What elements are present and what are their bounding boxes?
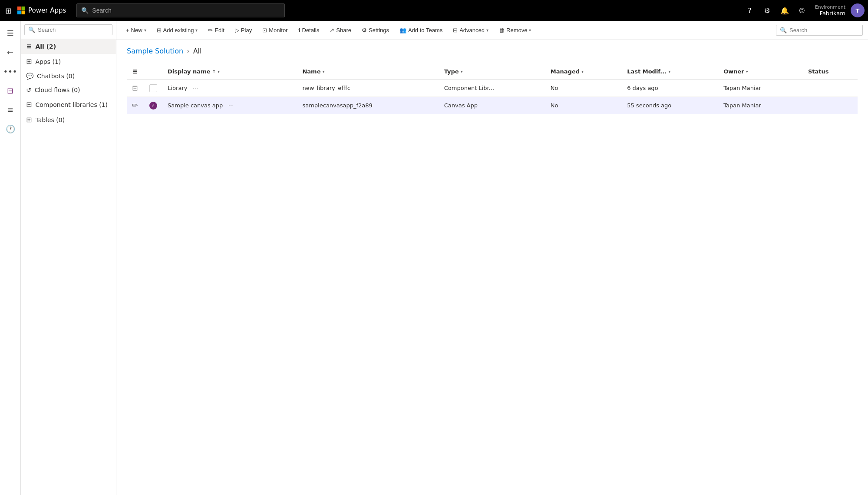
th-name[interactable]: Name ▾ bbox=[297, 64, 439, 80]
th-last-modified[interactable]: Last Modif... ▾ bbox=[622, 64, 718, 80]
history-icon[interactable]: 🕐 bbox=[2, 120, 19, 137]
row1-type: Component Libr... bbox=[444, 85, 494, 91]
chatbots-icon: 💬 bbox=[26, 73, 33, 80]
monitor-button[interactable]: ⊡ Monitor bbox=[258, 24, 292, 36]
sidebar-item-chatbots[interactable]: 💬 Chatbots (0) bbox=[21, 69, 116, 83]
sidebar-item-all[interactable]: ≡ All (2) bbox=[21, 39, 116, 54]
row1-display-name-cell: Library ⋯ bbox=[162, 80, 297, 97]
play-icon: ▷ bbox=[235, 27, 239, 33]
row2-checkbox[interactable]: ✓ bbox=[149, 102, 157, 110]
table-row[interactable]: ⊟ Library ⋯ new_library_efffc bbox=[127, 80, 858, 97]
row2-owner: Tapan Maniar bbox=[723, 102, 761, 109]
table-row[interactable]: ✏ ✓ Sample canvas app ⋯ samplecanvasapp_… bbox=[127, 97, 858, 114]
th-name-label: Name bbox=[302, 68, 320, 75]
topbar-right-actions: ? ⚙ 🔔 😊 Environment Fabrikam T bbox=[742, 3, 865, 18]
th-status-label: Status bbox=[808, 68, 829, 75]
th-list-icon[interactable]: ≡ bbox=[127, 64, 144, 80]
row1-select-cell[interactable] bbox=[144, 80, 162, 97]
row1-name: new_library_efffc bbox=[302, 85, 350, 91]
sidebar-item-componentlibs-label: Component libraries (1) bbox=[35, 101, 111, 108]
new-button-label: New bbox=[131, 27, 142, 33]
svg-rect-1 bbox=[22, 7, 26, 10]
row2-name-cell: samplecanvasapp_f2a89 bbox=[297, 97, 439, 114]
details-button[interactable]: ℹ Details bbox=[294, 24, 324, 36]
remove-icon: 🗑 bbox=[499, 27, 505, 33]
icon-rail: ☰ ← ••• ⊟ ≡ 🕐 bbox=[0, 21, 21, 495]
topbar-search-input[interactable] bbox=[92, 7, 280, 14]
row2-more-icon[interactable]: ⋯ bbox=[228, 102, 234, 109]
th-managed-label: Managed bbox=[551, 68, 580, 75]
apps-icon[interactable]: ⊟ bbox=[2, 82, 19, 99]
row1-type-cell: Component Libr... bbox=[439, 80, 545, 97]
th-name-chevron: ▾ bbox=[322, 69, 324, 74]
more-icon[interactable]: ••• bbox=[2, 63, 19, 80]
settings-icon[interactable]: ⚙ bbox=[759, 3, 775, 18]
breadcrumb-parent-link[interactable]: Sample Solution bbox=[127, 47, 183, 55]
add-existing-chevron-icon: ▾ bbox=[195, 28, 198, 33]
row1-checkbox[interactable] bbox=[149, 84, 157, 92]
settings-cmd-button-label: Settings bbox=[369, 27, 389, 33]
user-avatar[interactable]: T bbox=[851, 3, 865, 17]
svg-rect-0 bbox=[17, 7, 21, 10]
row2-managed-cell: No bbox=[545, 97, 622, 114]
cmd-search-icon: 🔍 bbox=[780, 27, 787, 33]
row1-managed-cell: No bbox=[545, 80, 622, 97]
settings-cmd-button[interactable]: ⚙ Settings bbox=[357, 24, 393, 36]
add-to-teams-button[interactable]: 👥 Add to Teams bbox=[395, 24, 447, 36]
details-button-label: Details bbox=[302, 27, 320, 33]
th-owner[interactable]: Owner ▾ bbox=[718, 64, 803, 80]
feedback-icon[interactable]: 😊 bbox=[794, 3, 810, 18]
edit-button[interactable]: ✏ Edit bbox=[204, 24, 228, 36]
sidebar-item-componentlibs[interactable]: ⊟ Component libraries (1) bbox=[21, 97, 116, 112]
row2-display-name: Sample canvas app bbox=[168, 102, 223, 109]
th-type[interactable]: Type ▾ bbox=[439, 64, 545, 80]
row1-more-icon[interactable]: ⋯ bbox=[193, 85, 198, 91]
th-display-name[interactable]: Display name ↑ ▾ bbox=[162, 64, 297, 80]
share-button-label: Share bbox=[336, 27, 351, 33]
sidebar-search-input[interactable] bbox=[38, 27, 111, 33]
topbar-search-box[interactable]: 🔍 bbox=[76, 3, 285, 17]
row1-status-cell bbox=[803, 80, 858, 97]
data-table: ≡ Display name ↑ ▾ Name bbox=[127, 64, 858, 114]
commandbar-search-input[interactable] bbox=[789, 27, 862, 33]
sidebar-item-cloudflows-label: Cloud flows (0) bbox=[35, 86, 111, 93]
row1-owner: Tapan Maniar bbox=[723, 85, 761, 91]
nav-expand-icon[interactable]: ☰ bbox=[2, 24, 19, 42]
environment-selector[interactable]: Environment Fabrikam bbox=[812, 4, 849, 17]
row1-last-modified-cell: 6 days ago bbox=[622, 80, 718, 97]
th-managed[interactable]: Managed ▾ bbox=[545, 64, 622, 80]
breadcrumb-separator: › bbox=[187, 47, 189, 55]
cloudflows-icon: ↺ bbox=[26, 86, 31, 93]
sidebar: 🔍 ≡ All (2) ⊞ Apps (1) 💬 Chatbots (0) ↺ … bbox=[21, 21, 116, 495]
back-icon[interactable]: ← bbox=[2, 43, 19, 61]
new-button[interactable]: + New ▾ bbox=[122, 24, 151, 36]
help-icon[interactable]: ? bbox=[742, 3, 758, 18]
sidebar-item-apps[interactable]: ⊞ Apps (1) bbox=[21, 54, 116, 69]
add-existing-button-label: Add existing bbox=[163, 27, 194, 33]
lists-icon[interactable]: ≡ bbox=[2, 101, 19, 118]
th-display-name-label: Display name bbox=[168, 68, 211, 75]
table-body: ⊟ Library ⋯ new_library_efffc bbox=[127, 80, 858, 114]
advanced-button[interactable]: ⊟ Advanced ▾ bbox=[449, 24, 493, 36]
row2-type: Canvas App bbox=[444, 102, 478, 109]
row2-name: samplecanvasapp_f2a89 bbox=[302, 102, 372, 109]
sidebar-item-cloudflows[interactable]: ↺ Cloud flows (0) bbox=[21, 83, 116, 97]
topbar-search-icon: 🔍 bbox=[81, 7, 89, 14]
commandbar-search-box[interactable]: 🔍 bbox=[776, 25, 863, 36]
apps-nav-icon: ⊞ bbox=[26, 57, 32, 66]
remove-button[interactable]: 🗑 Remove ▾ bbox=[495, 24, 535, 36]
th-status[interactable]: Status bbox=[803, 64, 858, 80]
microsoft-logo-icon bbox=[17, 6, 26, 15]
settings-cmd-icon: ⚙ bbox=[362, 27, 367, 33]
play-button[interactable]: ▷ Play bbox=[231, 24, 256, 36]
add-existing-button[interactable]: ⊞ Add existing ▾ bbox=[152, 24, 202, 36]
share-button[interactable]: ↗ Share bbox=[325, 24, 356, 36]
th-type-label: Type bbox=[444, 68, 459, 75]
row2-select-cell[interactable]: ✓ bbox=[144, 97, 162, 114]
notifications-icon[interactable]: 🔔 bbox=[777, 3, 792, 18]
sidebar-item-tables[interactable]: ⊞ Tables (0) bbox=[21, 112, 116, 127]
sidebar-search-box[interactable]: 🔍 bbox=[24, 24, 112, 35]
row1-managed: No bbox=[551, 85, 558, 91]
waffle-icon[interactable]: ⊞ bbox=[3, 4, 13, 17]
row2-status-cell bbox=[803, 97, 858, 114]
